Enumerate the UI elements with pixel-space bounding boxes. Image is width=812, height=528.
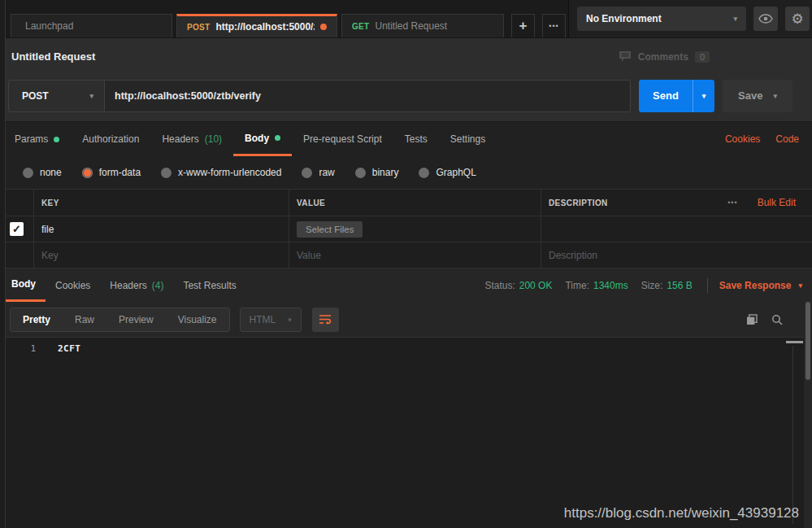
view-pretty[interactable]: Pretty: [11, 308, 63, 331]
response-header: Body Cookies Headers (4) Test Results St…: [0, 268, 812, 302]
save-button[interactable]: Save ▾: [723, 80, 792, 112]
save-response-button[interactable]: Save Response ▾: [719, 280, 802, 291]
response-tab-body[interactable]: Body: [2, 268, 46, 302]
tab-body[interactable]: Body: [233, 122, 292, 156]
key-placeholder[interactable]: Key: [41, 250, 59, 261]
request-url-row: POST ▾ http://localhost:5000/ztb/verify …: [0, 75, 812, 122]
view-preview[interactable]: Preview: [106, 308, 166, 331]
bulk-edit-link[interactable]: Bulk Edit: [758, 197, 796, 208]
time-value: 1340ms: [593, 280, 628, 291]
window-left-edge: [0, 0, 6, 528]
method-value: POST: [22, 90, 49, 102]
mode-none[interactable]: none: [23, 167, 62, 178]
copy-icon[interactable]: [746, 314, 758, 325]
radio-icon: [161, 168, 172, 178]
response-toolbar-icons: [746, 314, 802, 325]
more-icon: •••: [549, 22, 558, 30]
request-title: Untitled Request: [11, 50, 95, 63]
tab-pre-request-script-label: Pre-request Script: [303, 133, 382, 145]
chevron-down-icon: ▾: [798, 281, 802, 290]
radio-icon: [23, 168, 33, 178]
tab-headers[interactable]: Headers (10): [150, 122, 233, 156]
form-data-table: KEY VALUE DESCRIPTION ••• Bulk Edit ✓ fi…: [0, 189, 812, 268]
tab-headers-label: Headers: [162, 133, 198, 145]
environment-quick-look-button[interactable]: [753, 7, 778, 31]
code-link[interactable]: Code: [775, 133, 799, 145]
description-placeholder[interactable]: Description: [549, 250, 597, 261]
chevron-down-icon: ▾: [288, 316, 292, 324]
search-icon[interactable]: [771, 314, 783, 325]
table-header-row: KEY VALUE DESCRIPTION ••• Bulk Edit: [0, 190, 812, 216]
format-select[interactable]: HTML ▾: [240, 308, 302, 332]
comments-label: Comments: [638, 51, 688, 63]
mode-none-label: none: [40, 167, 62, 178]
cookies-link[interactable]: Cookies: [725, 133, 760, 145]
mode-x-www-form-urlencoded[interactable]: x-www-form-urlencoded: [161, 167, 281, 178]
radio-icon: [355, 168, 366, 178]
editor-scrollbar-track[interactable]: [792, 346, 793, 524]
body-mode-row: none form-data x-www-form-urlencoded raw…: [0, 156, 812, 189]
save-label: Save: [738, 89, 762, 102]
eye-icon: [758, 14, 773, 24]
mode-form-data[interactable]: form-data: [82, 167, 141, 178]
send-options-button[interactable]: ▾: [693, 80, 714, 112]
method-tag-get: GET: [352, 22, 369, 31]
tab-tests-label: Tests: [405, 133, 428, 145]
status-label: Status:: [484, 280, 515, 291]
code-line: 1 2CFT: [0, 338, 812, 354]
send-button[interactable]: Send ▾: [639, 80, 714, 112]
environment-area: No Environment ▾ ⚙: [568, 0, 812, 37]
wrap-text-button[interactable]: [312, 308, 339, 332]
tab-settings[interactable]: Settings: [439, 122, 497, 156]
window-scrollbar[interactable]: [804, 302, 812, 528]
tab-authorization[interactable]: Authorization: [71, 122, 150, 156]
radio-checked-icon: [82, 168, 93, 178]
view-visualize[interactable]: Visualize: [166, 308, 229, 331]
tab-active-request[interactable]: POST http://localhost:5000/ztb/v...: [176, 14, 337, 37]
mode-graphql[interactable]: GraphQL: [419, 167, 475, 178]
tab-untitled-request-title: Untitled Request: [375, 20, 447, 32]
mode-binary[interactable]: binary: [355, 167, 399, 178]
response-tab-cookies[interactable]: Cookies: [46, 268, 100, 302]
mode-graphql-label: GraphQL: [436, 167, 475, 178]
response-body-editor[interactable]: 1 2CFT https://blog.csdn.net/weixin_4393…: [0, 337, 812, 528]
value-placeholder[interactable]: Value: [297, 250, 321, 261]
column-options-icon[interactable]: •••: [727, 199, 737, 207]
mode-x-www-form-urlencoded-label: x-www-form-urlencoded: [178, 167, 281, 178]
response-tab-test-results[interactable]: Test Results: [173, 268, 245, 302]
tab-tests[interactable]: Tests: [393, 122, 439, 156]
editor-scrollbar-thumb[interactable]: [786, 341, 803, 343]
window-scrollbar-thumb[interactable]: [805, 302, 810, 380]
tab-options-button[interactable]: •••: [542, 14, 566, 37]
comments-count-badge: 0: [695, 51, 710, 63]
tab-untitled-request[interactable]: GET Untitled Request: [341, 14, 504, 37]
status-value: 200 OK: [519, 280, 553, 291]
response-tab-cookies-label: Cookies: [55, 280, 90, 291]
workspace-tab-bar: Launchpad POST http://localhost:5000/ztb…: [0, 0, 812, 37]
chevron-down-icon: ▾: [733, 15, 737, 23]
settings-button[interactable]: ⚙: [785, 7, 810, 31]
view-raw[interactable]: Raw: [63, 308, 106, 331]
mode-raw[interactable]: raw: [302, 167, 334, 178]
select-files-button[interactable]: Select Files: [297, 221, 363, 238]
url-input[interactable]: http://localhost:5000/ztb/verify: [104, 80, 631, 112]
green-dot-icon: [275, 135, 280, 141]
tab-params[interactable]: Params: [3, 122, 71, 156]
table-placeholder-row: Key Value Description: [0, 242, 812, 268]
size-label: Size:: [641, 280, 663, 291]
tab-active-request-title: http://localhost:5000/ztb/v...: [215, 21, 315, 33]
tab-launchpad-label: Launchpad: [25, 20, 73, 32]
time-label: Time:: [565, 280, 589, 291]
description-cell[interactable]: [541, 216, 812, 242]
environment-select[interactable]: No Environment ▾: [577, 7, 746, 31]
request-links: Cookies Code: [725, 122, 809, 156]
tab-launchpad[interactable]: Launchpad: [11, 14, 172, 37]
method-select[interactable]: POST ▾: [8, 80, 104, 112]
response-tab-headers[interactable]: Headers (4): [100, 268, 173, 302]
key-cell[interactable]: file: [41, 224, 54, 235]
tab-pre-request-script[interactable]: Pre-request Script: [292, 122, 393, 156]
new-tab-button[interactable]: +: [511, 14, 535, 37]
size-value: 156 B: [667, 280, 692, 291]
row-checkbox[interactable]: ✓: [10, 222, 24, 236]
comments-button[interactable]: Comments 0: [619, 50, 710, 63]
